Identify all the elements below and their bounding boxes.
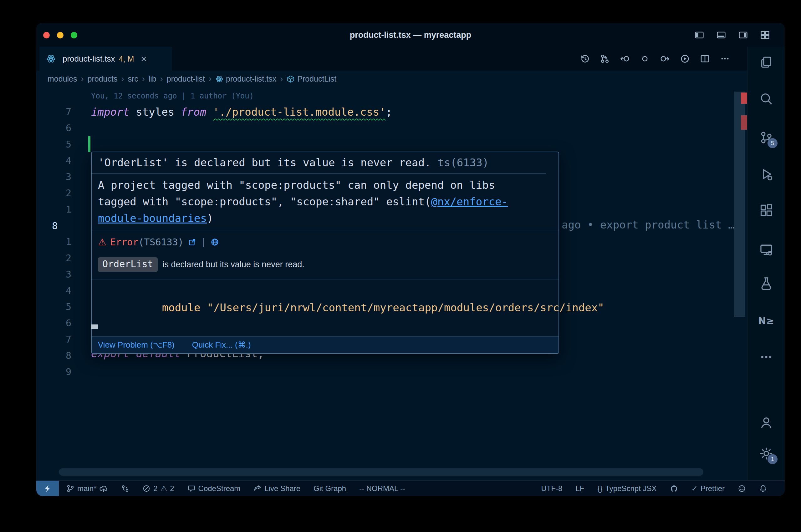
- line-number[interactable]: 5: [36, 299, 71, 315]
- view-problem-link[interactable]: View Problem (⌥F8): [98, 339, 175, 351]
- extensions-icon[interactable]: [758, 202, 775, 219]
- search-icon[interactable]: [758, 90, 775, 108]
- close-window-button[interactable]: [43, 32, 50, 38]
- prettier-item[interactable]: ✓ Prettier: [691, 484, 725, 493]
- zoom-window-button[interactable]: [71, 32, 77, 38]
- git-graph-label: Git Graph: [313, 484, 346, 493]
- breadcrumb-modules[interactable]: modules: [48, 74, 77, 83]
- line-number[interactable]: 7: [36, 104, 71, 120]
- breadcrumb-src[interactable]: src: [128, 74, 138, 83]
- code-token: import: [91, 106, 129, 118]
- language-mode-item[interactable]: {} TypeScript JSX: [597, 484, 656, 493]
- editor-layout-icon[interactable]: [760, 30, 770, 40]
- code-token: ;: [386, 106, 392, 118]
- source-control-icon[interactable]: 5: [758, 129, 775, 146]
- line-number[interactable]: 8: [36, 217, 71, 234]
- breadcrumb-file[interactable]: product-list.tsx: [226, 74, 276, 83]
- vim-mode-label: -- NORMAL --: [359, 484, 405, 493]
- chevron-right-icon: ›: [121, 74, 124, 84]
- change-marker-icon[interactable]: [640, 54, 650, 64]
- source-control-badge: 5: [767, 138, 778, 148]
- globe-icon[interactable]: [211, 238, 219, 246]
- accounts-icon[interactable]: [758, 414, 775, 431]
- line-number[interactable]: 5: [36, 136, 71, 153]
- line-number[interactable]: 7: [36, 331, 71, 347]
- error-circle-icon: [142, 484, 150, 493]
- line-number[interactable]: 9: [36, 364, 71, 380]
- feedback-item[interactable]: [738, 484, 746, 493]
- eol-item[interactable]: LF: [576, 484, 584, 493]
- split-editor-icon[interactable]: [699, 54, 710, 64]
- breadcrumb-products[interactable]: products: [88, 74, 117, 83]
- testing-icon[interactable]: [758, 274, 775, 292]
- additional-views-icon[interactable]: [758, 348, 775, 366]
- problems-item[interactable]: 2 ⚠ 2: [142, 484, 174, 493]
- hover-actions: View Problem (⌥F8) Quick Fix... (⌘.): [92, 336, 559, 353]
- symbol-chip: OrderList: [98, 257, 158, 272]
- line-number[interactable]: 4: [36, 153, 71, 169]
- open-external-icon[interactable]: [188, 238, 197, 246]
- error-details-section: ⚠ Error (TS6133) | OrderList is decl: [92, 230, 559, 279]
- gitlens-compare-item[interactable]: [121, 484, 129, 493]
- codestream-item[interactable]: CodeStream: [187, 484, 241, 493]
- github-item[interactable]: [670, 484, 678, 493]
- line-number[interactable]: 2: [36, 250, 71, 266]
- code-line-import-orders[interactable]: import { OrderList } from '@myreactapp/m…: [91, 136, 495, 152]
- notifications-item[interactable]: [759, 484, 767, 493]
- react-file-icon: [215, 75, 223, 83]
- breadcrumb-product-list[interactable]: product-list: [167, 74, 205, 83]
- git-graph-item[interactable]: Git Graph: [313, 484, 346, 493]
- explorer-icon[interactable]: [758, 54, 775, 71]
- live-share-item[interactable]: Live Share: [253, 484, 301, 493]
- tab-modified-badge: 4, M: [119, 54, 134, 63]
- git-branch-item[interactable]: main*: [66, 484, 108, 493]
- bell-icon: [759, 484, 767, 493]
- hover-popup: 'OrderList' is declared but its value is…: [91, 152, 559, 354]
- line-number[interactable]: 8: [36, 347, 71, 364]
- remote-indicator[interactable]: [36, 481, 59, 496]
- separator-pipe: |: [201, 237, 206, 247]
- codestream-icon: [187, 484, 196, 493]
- line-number[interactable]: 1: [36, 201, 71, 217]
- line-number[interactable]: 4: [36, 283, 71, 299]
- run-and-debug-icon[interactable]: [758, 165, 775, 183]
- tab-close-icon[interactable]: ×: [141, 54, 147, 64]
- code-line-import-styles[interactable]: import styles from './product-list.modul…: [91, 104, 392, 120]
- severity-label: Error: [110, 236, 138, 248]
- overview-ruler-error-mark: [741, 93, 747, 104]
- toggle-right-sidebar-icon[interactable]: [738, 30, 748, 40]
- line-number[interactable]: 3: [36, 169, 71, 185]
- horizontal-scrollbar[interactable]: [59, 468, 703, 476]
- warning-count: 2: [170, 484, 174, 493]
- encoding-item[interactable]: UTF-8: [541, 484, 562, 493]
- editor-pane[interactable]: 76543218123456789 You, 12 seconds ago | …: [36, 87, 747, 480]
- severity-code: (TS6133): [138, 236, 184, 248]
- line-number[interactable]: 1: [36, 234, 71, 250]
- run-file-icon[interactable]: [679, 54, 690, 64]
- line-number[interactable]: 6: [36, 120, 71, 136]
- manage-gear-icon[interactable]: 1: [758, 445, 775, 462]
- next-change-icon[interactable]: [659, 54, 670, 64]
- pull-request-icon[interactable]: [600, 54, 610, 64]
- line-number[interactable]: 3: [36, 266, 71, 283]
- toggle-left-sidebar-icon[interactable]: [694, 30, 705, 40]
- warning-triangle-icon: ⚠: [161, 484, 167, 493]
- breadcrumb-lib[interactable]: lib: [149, 74, 157, 83]
- quick-fix-link[interactable]: Quick Fix... (⌘.): [192, 339, 251, 351]
- previous-change-icon[interactable]: [620, 54, 630, 64]
- tab-product-list[interactable]: product-list.tsx 4, M ×: [39, 47, 172, 71]
- module-keyword: module: [162, 301, 201, 314]
- nx-console-icon[interactable]: N≥: [758, 312, 775, 329]
- vim-mode-item[interactable]: -- NORMAL --: [359, 484, 405, 493]
- minimize-window-button[interactable]: [57, 32, 63, 38]
- remote-explorer-icon[interactable]: [758, 241, 775, 258]
- toggle-panel-icon[interactable]: [716, 30, 727, 40]
- line-number[interactable]: 2: [36, 185, 71, 201]
- language-label: TypeScript JSX: [605, 484, 656, 493]
- cloud-upload-icon: [99, 484, 108, 493]
- popup-resize-handle[interactable]: [91, 324, 98, 329]
- more-actions-icon[interactable]: [720, 54, 730, 64]
- line-number[interactable]: 6: [36, 315, 71, 331]
- breadcrumb-symbol[interactable]: ProductList: [297, 74, 336, 83]
- timeline-history-icon[interactable]: [580, 54, 590, 64]
